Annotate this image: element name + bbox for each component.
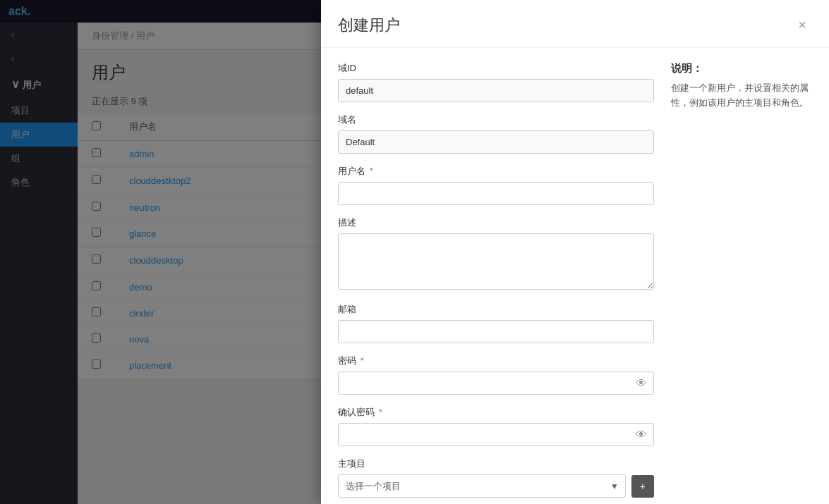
confirm-password-input[interactable]: [338, 423, 654, 446]
project-select[interactable]: 选择一个项目: [338, 474, 626, 498]
description-panel-text: 创建一个新用户，并设置相关的属性，例如该用户的主项目和角色。: [671, 81, 812, 111]
username-group: 用户名 *: [338, 165, 654, 205]
description-panel-title: 说明：: [671, 62, 812, 75]
add-project-button[interactable]: +: [631, 475, 654, 498]
confirm-password-input-wrapper: 👁: [338, 423, 654, 446]
project-row: 选择一个项目 ▼ +: [338, 474, 654, 498]
confirm-password-label: 确认密码 *: [338, 406, 654, 419]
password-group: 密码 * 👁: [338, 355, 654, 395]
domain-name-input[interactable]: [338, 130, 654, 154]
password-input-wrapper: 👁: [338, 371, 654, 395]
email-label: 邮箱: [338, 303, 654, 316]
domain-id-input[interactable]: [338, 79, 654, 102]
domain-id-label: 域ID: [338, 62, 654, 75]
modal-form: 域ID 域名 用户名 * 描述: [338, 62, 654, 504]
modal-description-panel: 说明： 创建一个新用户，并设置相关的属性，例如该用户的主项目和角色。: [671, 62, 812, 504]
confirm-password-toggle-icon[interactable]: 👁: [636, 429, 647, 441]
domain-id-group: 域ID: [338, 62, 654, 102]
project-select-wrapper: 选择一个项目 ▼: [338, 474, 626, 498]
create-user-modal: 创建用户 × 域ID 域名 用户名 *: [321, 0, 829, 504]
username-label: 用户名 *: [338, 165, 654, 178]
password-input[interactable]: [338, 371, 654, 395]
modal-title: 创建用户: [338, 15, 400, 36]
domain-name-label: 域名: [338, 113, 654, 126]
modal-header: 创建用户 ×: [321, 0, 829, 48]
modal-close-button[interactable]: ×: [792, 14, 812, 36]
confirm-password-group: 确认密码 * 👁: [338, 406, 654, 446]
username-input[interactable]: [338, 182, 654, 205]
primary-project-label: 主项目: [338, 457, 654, 470]
description-group: 描述: [338, 216, 654, 292]
domain-name-group: 域名: [338, 113, 654, 154]
email-group: 邮箱: [338, 303, 654, 343]
modal-overlay: 创建用户 × 域ID 域名 用户名 *: [0, 0, 829, 504]
password-toggle-icon[interactable]: 👁: [636, 377, 647, 390]
password-label: 密码 *: [338, 355, 654, 367]
email-input[interactable]: [338, 320, 654, 343]
description-input[interactable]: [338, 233, 654, 290]
primary-project-group: 主项目 选择一个项目 ▼ +: [338, 457, 654, 498]
modal-body: 域ID 域名 用户名 * 描述: [321, 48, 829, 504]
description-label: 描述: [338, 216, 654, 229]
